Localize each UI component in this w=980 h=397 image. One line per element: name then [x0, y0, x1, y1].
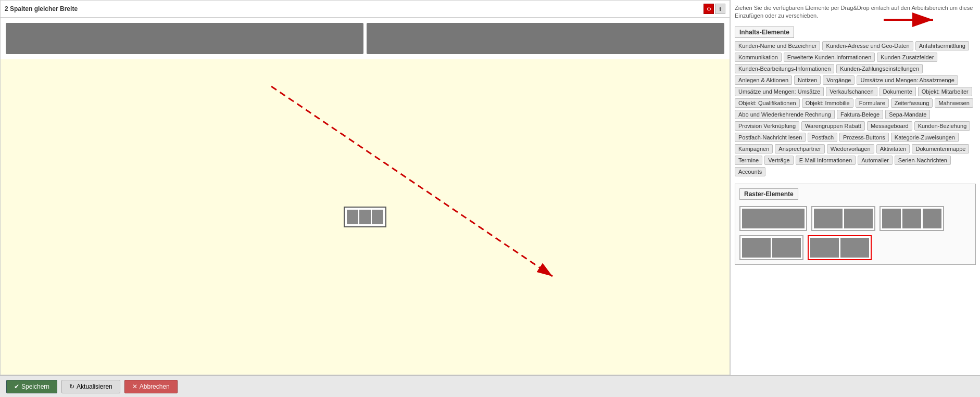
raster-preview-1	[742, 209, 805, 228]
raster-col-2-1	[814, 209, 843, 228]
raster-preview-5	[810, 238, 869, 258]
content-tag[interactable]: Dokumentenmappe	[912, 144, 969, 153]
content-tag[interactable]: Ansprechpartner	[775, 144, 824, 153]
raster-col-3-1	[882, 209, 901, 228]
col-placeholder-left	[6, 23, 363, 54]
workspace-title: 2 Spalten gleicher Breite	[5, 5, 78, 12]
content-tag[interactable]: Messageboard	[867, 121, 912, 131]
content-tag[interactable]: Kampagnen	[735, 144, 773, 153]
content-tag[interactable]: Abo und Wiederkehrende Rechnung	[735, 110, 835, 119]
settings-button[interactable]: ⚙	[703, 4, 714, 14]
raster-elements-section: Raster-Elemente	[735, 184, 976, 265]
raster-item-1[interactable]	[739, 206, 807, 231]
raster-grid	[739, 206, 971, 260]
ls-col-2	[359, 210, 371, 224]
content-tag[interactable]: Dokumente	[880, 87, 916, 96]
content-section-label: Inhalts-Elemente	[735, 27, 794, 38]
raster-col-4-1	[742, 238, 771, 258]
content-tag[interactable]: Prozess-Buttons	[839, 133, 889, 142]
content-tag[interactable]: Faktura-Belege	[837, 110, 883, 119]
content-tag[interactable]: Mahnwesen	[935, 98, 973, 108]
workspace: 2 Spalten gleicher Breite ⚙ ⬆	[0, 0, 730, 375]
content-tag[interactable]: Erweiterte Kunden-Informationen	[784, 53, 875, 62]
content-tag[interactable]: Postfach-Nachricht lesen	[735, 133, 806, 142]
content-tag[interactable]: Wiedervorlagen	[827, 144, 874, 153]
raster-col-5-1	[810, 238, 839, 258]
layout-selector[interactable]	[344, 207, 386, 227]
bottom-toolbar: ✔ Speichern ↻ Aktualisieren ✕ Abbrechen	[0, 375, 980, 397]
content-tag[interactable]: Objekt: Mitarbeiter	[918, 87, 972, 96]
raster-col-2-2	[844, 209, 873, 228]
col-placeholder-right	[367, 23, 724, 54]
raster-item-2[interactable]	[811, 206, 875, 231]
content-tag[interactable]: Kommunikation	[735, 53, 782, 62]
raster-item-3[interactable]	[880, 206, 944, 231]
workspace-controls: ⚙ ⬆	[703, 4, 725, 14]
content-tag[interactable]: Kunden-Name und Bezeichner	[735, 41, 820, 50]
content-tag[interactable]: Warengruppen Rabatt	[801, 121, 865, 131]
content-tag[interactable]: Zeiterfassung	[891, 98, 933, 108]
content-tag[interactable]: Serien-Nachrichten	[895, 156, 951, 165]
move-button[interactable]: ⬆	[715, 4, 725, 14]
content-tag[interactable]: Kunden-Zahlungseinstellungen	[836, 64, 923, 73]
content-tag[interactable]: Kategorie-Zuweisungen	[891, 133, 959, 142]
raster-col-5-2	[840, 238, 869, 258]
content-tag[interactable]: Vorgänge	[823, 75, 855, 85]
sidebar: Ziehen Sie die verfügbaren Elemente per …	[730, 0, 980, 375]
refresh-icon: ↻	[69, 383, 74, 390]
content-tag[interactable]: Notizen	[794, 75, 821, 85]
raster-col-1-1	[742, 209, 805, 228]
content-tag[interactable]: Kunden-Zusatzfelder	[877, 53, 937, 62]
content-tag[interactable]: Verträge	[764, 156, 794, 165]
raster-section-label: Raster-Elemente	[739, 188, 798, 200]
content-tag[interactable]: Accounts	[735, 167, 765, 176]
two-column-row	[1, 18, 730, 59]
content-elements-section: Inhalts-Elemente Kunden-Name und Bezeich…	[735, 27, 976, 180]
content-tag[interactable]: Termine	[735, 156, 762, 165]
raster-col-3-3	[923, 209, 941, 228]
content-tag[interactable]: Umsätze und Mengen: Umsätze	[735, 87, 824, 96]
content-tag[interactable]: Objekt: Immobilie	[802, 98, 853, 108]
sidebar-hint: Ziehen Sie die verfügbaren Elemente per …	[735, 4, 976, 20]
raster-item-5[interactable]	[808, 235, 872, 260]
cancel-button[interactable]: ✕ Abbrechen	[124, 380, 178, 393]
save-button[interactable]: ✔ Speichern	[6, 380, 57, 393]
content-tag[interactable]: Aktivitäten	[876, 144, 910, 153]
content-tag[interactable]: E-Mail Informationen	[796, 156, 856, 165]
content-tag[interactable]: Anfahrtsermittlung	[915, 41, 969, 50]
content-tag[interactable]: Sepa-Mandate	[885, 110, 930, 119]
raster-col-3-2	[902, 209, 921, 228]
cancel-icon: ✕	[132, 383, 137, 390]
content-tag[interactable]: Kunden-Beziehung	[914, 121, 971, 131]
raster-col-4-2	[772, 238, 801, 258]
workspace-header: 2 Spalten gleicher Breite ⚙ ⬆	[1, 1, 730, 18]
content-tags-container: Kunden-Name und BezeichnerKunden-Adresse…	[735, 41, 976, 176]
content-tag[interactable]: Umsätze und Mengen: Absatzmenge	[857, 75, 958, 85]
ls-col-3	[372, 210, 383, 224]
main-container: 2 Spalten gleicher Breite ⚙ ⬆	[0, 0, 980, 397]
content-tag[interactable]: Postfach	[808, 133, 837, 142]
workspace-outer: 2 Spalten gleicher Breite ⚙ ⬆	[0, 0, 730, 375]
content-tag[interactable]: Automailer	[858, 156, 893, 165]
raster-item-4[interactable]	[739, 235, 803, 260]
content-tag[interactable]: Verkaufschancen	[826, 87, 877, 96]
raster-preview-4	[742, 238, 801, 258]
content-tag[interactable]: Anlegen & Aktionen	[735, 75, 792, 85]
content-tag[interactable]: Formulare	[856, 98, 889, 108]
drop-zone[interactable]	[1, 59, 730, 375]
content-tag[interactable]: Provision Verknüpfung	[735, 121, 799, 131]
content-tag[interactable]: Objekt: Qualifikationen	[735, 98, 800, 108]
refresh-label: Aktualisieren	[77, 383, 112, 390]
content-tag[interactable]: Kunden-Adresse und Geo-Daten	[822, 41, 913, 50]
refresh-button[interactable]: ↻ Aktualisieren	[61, 380, 120, 393]
raster-preview-3	[882, 209, 941, 228]
save-label: Speichern	[21, 383, 49, 390]
cancel-label: Abbrechen	[140, 383, 170, 390]
ls-col-1	[347, 210, 358, 224]
save-checkmark-icon: ✔	[14, 383, 19, 390]
content-tag[interactable]: Kunden-Bearbeitungs-Informationen	[735, 64, 834, 73]
content-area: 2 Spalten gleicher Breite ⚙ ⬆	[0, 0, 980, 375]
raster-preview-2	[814, 209, 873, 228]
